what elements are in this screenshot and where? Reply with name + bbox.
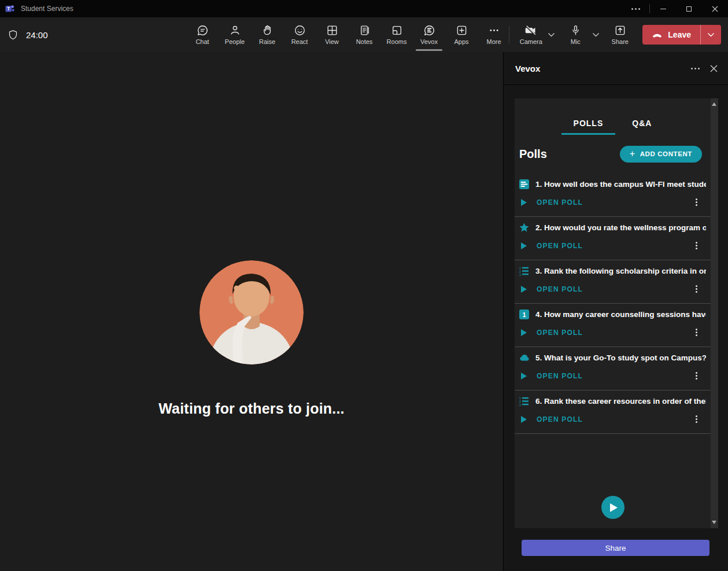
participant-avatar — [199, 260, 304, 364]
star-rating-icon — [519, 223, 529, 233]
add-content-button[interactable]: + ADD CONTENT — [620, 146, 702, 163]
svg-text:T: T — [7, 6, 10, 12]
poll-title: 3. Rank the following scholarship criter… — [535, 267, 706, 275]
panel-close-button[interactable] — [710, 65, 718, 72]
panel-scrollbar[interactable] — [711, 98, 718, 528]
play-icon — [521, 199, 527, 206]
view-grid-icon — [326, 24, 338, 36]
open-poll-button[interactable]: OPEN POLL — [521, 415, 583, 423]
notes-icon — [359, 24, 371, 36]
leave-dropdown-button[interactable] — [701, 25, 721, 45]
close-button[interactable] — [702, 0, 728, 17]
notes-button[interactable]: Notes — [348, 17, 380, 52]
start-presentation-play-button[interactable] — [601, 496, 624, 519]
open-poll-button[interactable]: OPEN POLL — [521, 198, 583, 207]
meeting-stage: Waiting for others to join... — [0, 52, 504, 571]
play-icon — [521, 373, 527, 380]
more-button[interactable]: More — [478, 17, 510, 52]
rooms-icon — [391, 24, 403, 36]
poll-options-menu-icon[interactable] — [694, 240, 699, 251]
open-poll-button[interactable]: OPEN POLL — [521, 242, 583, 250]
svg-text:1: 1 — [522, 311, 526, 318]
camera-dropdown-button[interactable] — [548, 30, 555, 39]
tab-polls[interactable]: POLLS — [561, 119, 616, 135]
maximize-button[interactable] — [676, 0, 702, 17]
poll-options-menu-icon[interactable] — [694, 327, 699, 338]
tab-qa[interactable]: Q&A — [620, 119, 664, 135]
apps-plus-icon — [456, 24, 468, 36]
svg-text:3: 3 — [519, 273, 521, 276]
poll-item-4: 1 4. How many career counselling session… — [515, 304, 711, 347]
vevox-bubble-icon — [423, 24, 435, 36]
hangup-phone-icon — [652, 32, 663, 38]
chat-icon — [197, 24, 209, 36]
leave-label: Leave — [668, 30, 691, 39]
poll-title: 5. What is your Go-To study spot on Camp… — [535, 353, 706, 362]
timer-value: 24:00 — [26, 30, 48, 40]
scroll-up-arrow-icon[interactable] — [712, 102, 716, 106]
leave-button-group: Leave — [642, 25, 721, 45]
svg-text:3: 3 — [519, 403, 521, 406]
minimize-icon — [660, 9, 666, 9]
mic-icon — [570, 24, 582, 36]
play-icon — [521, 242, 527, 249]
minimize-button[interactable] — [650, 0, 676, 17]
apps-button[interactable]: Apps — [445, 17, 478, 52]
poll-item-5: 5. What is your Go-To study spot on Camp… — [515, 347, 711, 391]
people-label: People — [225, 38, 245, 45]
rooms-label: Rooms — [387, 38, 407, 45]
raise-label: Raise — [259, 38, 275, 45]
open-poll-button[interactable]: OPEN POLL — [521, 285, 583, 293]
raise-hand-button[interactable]: Raise — [251, 17, 283, 52]
ranking-list-icon: 1 2 3 — [519, 396, 529, 406]
share-up-arrow-icon — [614, 24, 626, 36]
share-tray-button[interactable]: Share — [604, 17, 635, 52]
view-button[interactable]: View — [316, 17, 348, 52]
poll-options-menu-icon[interactable] — [694, 283, 699, 294]
panel-more-options-icon[interactable] — [691, 68, 700, 69]
camera-label: Camera — [520, 38, 542, 45]
scroll-down-arrow-icon[interactable] — [712, 521, 716, 524]
react-button[interactable]: React — [283, 17, 316, 52]
camera-off-icon — [524, 24, 538, 36]
camera-button[interactable]: Camera — [515, 17, 546, 52]
teams-logo-icon: T — [5, 4, 15, 14]
titlebar-more-options-icon[interactable] — [622, 0, 649, 17]
apps-label: Apps — [454, 38, 468, 45]
poll-options-menu-icon[interactable] — [694, 414, 699, 425]
poll-item-2: 2. How would you rate the wellness progr… — [515, 217, 711, 260]
mic-label: Mic — [571, 38, 581, 45]
panel-share-button[interactable]: Share — [522, 540, 709, 556]
poll-list: 1. How well does the campus WI-FI meet s… — [515, 174, 711, 434]
leave-button[interactable]: Leave — [642, 25, 700, 45]
ranking-list-icon: 1 2 3 — [519, 266, 529, 276]
mic-dropdown-button[interactable] — [592, 30, 600, 39]
more-label: More — [486, 38, 501, 45]
panel-header: Vevox — [504, 52, 728, 85]
open-poll-button[interactable]: OPEN POLL — [521, 372, 583, 380]
polls-heading: Polls — [519, 148, 547, 161]
mic-button[interactable]: Mic — [560, 17, 591, 52]
poll-options-menu-icon[interactable] — [694, 197, 699, 208]
play-icon — [610, 503, 618, 512]
open-poll-button[interactable]: OPEN POLL — [521, 329, 583, 337]
vevox-embedded-app: POLLS Q&A Polls + ADD CONTENT — [515, 98, 718, 528]
numeric-icon: 1 — [519, 310, 529, 319]
react-smiley-icon — [294, 24, 306, 36]
people-icon — [229, 24, 241, 36]
vevox-label: Vevox — [420, 38, 438, 45]
panel-title: Vevox — [515, 64, 540, 73]
people-button[interactable]: People — [219, 17, 251, 52]
panel-content: POLLS Q&A Polls + ADD CONTENT — [504, 85, 728, 571]
poll-options-menu-icon[interactable] — [694, 370, 699, 381]
plus-icon: + — [630, 149, 635, 159]
waiting-message: Waiting for others to join... — [158, 400, 345, 417]
vevox-side-panel: Vevox POLLS Q&A Pol — [504, 52, 728, 571]
play-icon — [521, 286, 527, 293]
word-cloud-icon — [519, 353, 529, 363]
window-title: Student Services — [21, 5, 73, 13]
titlebar: T Student Services — [0, 0, 728, 17]
vevox-app-button[interactable]: Vevox — [413, 17, 445, 52]
chat-button[interactable]: Chat — [186, 17, 219, 52]
rooms-button[interactable]: Rooms — [380, 17, 413, 52]
